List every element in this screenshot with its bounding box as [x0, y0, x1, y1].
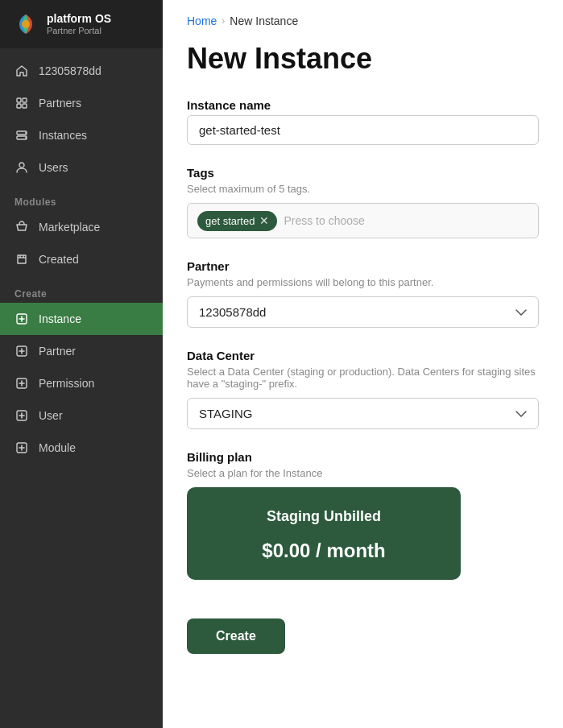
svg-point-1: [22, 20, 30, 28]
create-permission-icon: [14, 376, 29, 391]
tag-remove-icon[interactable]: ✕: [259, 215, 269, 226]
sidebar-item-instances[interactable]: Instances: [0, 119, 163, 151]
datacenter-group: Data Center Select a Data Center (stagin…: [187, 349, 539, 429]
create-button[interactable]: Create: [187, 618, 285, 654]
datacenter-select[interactable]: STAGING: [187, 398, 539, 429]
breadcrumb-home[interactable]: Home: [187, 14, 217, 27]
tags-label: Tags: [187, 166, 539, 180]
instances-icon: [14, 128, 29, 143]
brand-name: platform OS: [47, 13, 111, 25]
sidebar-item-home[interactable]: 12305878dd: [0, 55, 163, 87]
partner-group: Partner Payments and permissions will be…: [187, 259, 539, 328]
partner-label: Partner: [187, 259, 539, 273]
svg-point-8: [25, 132, 27, 134]
create-instance-icon: [14, 312, 29, 326]
sidebar-item-instances-label: Instances: [39, 129, 87, 142]
svg-rect-5: [23, 104, 27, 108]
sidebar-item-created[interactable]: Created: [0, 243, 163, 275]
created-icon: [14, 252, 29, 267]
sidebar-item-create-permission-label: Permission: [39, 377, 94, 390]
tags-hint: Select maximum of 5 tags.: [187, 183, 539, 195]
sidebar-item-create-user[interactable]: User: [0, 399, 163, 432]
sidebar-item-create-instance[interactable]: Instance: [0, 303, 163, 335]
sidebar-item-partners[interactable]: Partners: [0, 87, 163, 119]
sidebar-item-create-partner[interactable]: Partner: [0, 335, 163, 367]
create-section-label: Create: [0, 275, 163, 303]
main-content: Home › New Instance New Instance Instanc…: [163, 0, 563, 728]
sidebar-item-create-permission[interactable]: Permission: [0, 367, 163, 399]
create-user-icon: [14, 408, 29, 423]
logo-text: platform OS Partner Portal: [47, 13, 111, 35]
page-title: New Instance: [163, 27, 563, 98]
svg-rect-4: [17, 104, 21, 108]
svg-rect-3: [23, 98, 27, 102]
logo-icon: [13, 11, 39, 37]
sidebar-item-create-module[interactable]: Module: [0, 432, 163, 464]
instance-name-input[interactable]: [187, 115, 539, 145]
sidebar-item-marketplace-label: Marketplace: [39, 221, 100, 234]
brand-sub: Partner Portal: [47, 26, 111, 35]
datacenter-label: Data Center: [187, 349, 539, 362]
tag-label: get started: [205, 215, 255, 227]
sidebar-item-create-partner-label: Partner: [39, 345, 76, 358]
partners-icon: [14, 96, 29, 110]
marketplace-icon: [14, 220, 29, 234]
billing-price: $0.00 / month: [206, 540, 441, 562]
svg-point-10: [19, 163, 24, 168]
sidebar-nav: 12305878dd Partners: [0, 48, 163, 728]
svg-rect-2: [17, 98, 21, 102]
billing-plan-name: Staging Unbilled: [206, 508, 441, 525]
breadcrumb-separator: ›: [221, 15, 225, 27]
partner-hint: Payments and permissions will belong to …: [187, 276, 539, 288]
datacenter-hint: Select a Data Center (staging or product…: [187, 366, 539, 390]
logo: platform OS Partner Portal: [0, 0, 163, 48]
sidebar: platform OS Partner Portal 12305878dd: [0, 0, 163, 728]
sidebar-item-users-label: Users: [39, 161, 68, 174]
tags-placeholder: Press to choose: [284, 214, 364, 227]
sidebar-item-users[interactable]: Users: [0, 151, 163, 184]
partner-select[interactable]: 12305878dd: [187, 296, 539, 328]
sidebar-item-create-module-label: Module: [39, 441, 76, 454]
form: Instance name Tags Select maximum of 5 t…: [163, 98, 563, 686]
billing-label: Billing plan: [187, 450, 539, 464]
sidebar-item-created-label: Created: [39, 253, 79, 266]
home-icon: [14, 64, 29, 78]
tags-input[interactable]: get started ✕ Press to choose: [187, 203, 539, 238]
create-partner-icon: [14, 344, 29, 358]
modules-section-label: Modules: [0, 184, 163, 211]
svg-point-9: [25, 137, 27, 139]
billing-hint: Select a plan for the Instance: [187, 467, 539, 479]
billing-group: Billing plan Select a plan for the Insta…: [187, 450, 539, 580]
sidebar-item-create-instance-label: Instance: [39, 312, 81, 325]
instance-name-group: Instance name: [187, 98, 539, 145]
users-icon: [14, 160, 29, 175]
create-module-icon: [14, 441, 29, 455]
billing-card[interactable]: Staging Unbilled $0.00 / month: [187, 487, 461, 580]
sidebar-item-partners-label: Partners: [39, 97, 81, 110]
sidebar-item-home-label: 12305878dd: [39, 64, 101, 77]
tag-pill-get-started: get started ✕: [197, 211, 277, 231]
breadcrumb: Home › New Instance: [163, 0, 563, 27]
sidebar-item-marketplace[interactable]: Marketplace: [0, 211, 163, 243]
sidebar-item-create-user-label: User: [39, 409, 63, 422]
tags-group: Tags Select maximum of 5 tags. get start…: [187, 166, 539, 238]
instance-name-label: Instance name: [187, 98, 539, 112]
breadcrumb-current: New Instance: [230, 14, 298, 27]
